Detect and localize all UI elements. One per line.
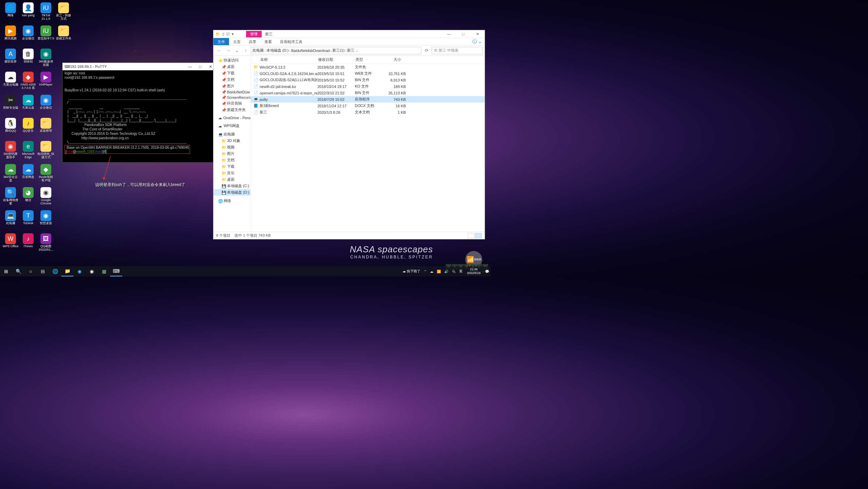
desktop-icon[interactable]: 👤nan yang <box>19 2 37 25</box>
desktop-icon[interactable]: ◕微信 <box>19 186 37 210</box>
weather-widget[interactable]: ☁ 快下雨了 <box>401 269 422 274</box>
file-row[interactable]: 📘新3刷breed2018/11/24 12:17DOCX 文档16 KB <box>251 103 485 109</box>
desktop-icon[interactable]: 📁电信级纷_快捷方式 <box>37 140 55 163</box>
forward-button[interactable]: → <box>224 48 232 53</box>
desktop-icon[interactable]: eMicrosoft Edge <box>19 140 37 163</box>
desktop-icon[interactable]: ♪QQ音乐 <box>19 117 37 140</box>
tree-item[interactable]: 📌桌面 <box>213 64 250 70</box>
desktop-icon[interactable]: iUTikTok 21.1.0 <box>37 2 55 25</box>
tree-item[interactable]: 💾本地磁盘 (D:) <box>213 189 250 196</box>
col-size[interactable]: 大小 <box>382 57 404 62</box>
tree-item[interactable]: 📁桌面 <box>213 176 250 183</box>
tray-chevron[interactable]: ⌃ <box>422 270 428 273</box>
tree-item[interactable]: 📁音乐 <box>213 170 250 176</box>
breadcrumb-item[interactable]: 新三 <box>347 48 354 53</box>
desktop-icon[interactable]: ◉智慧桌面 <box>37 210 55 233</box>
desktop-icon[interactable]: ◉企业微信 <box>37 94 55 117</box>
qat-btn[interactable]: ☑ <box>226 32 230 36</box>
desktop-icon[interactable]: ☁百度网盘 <box>19 163 37 186</box>
breadcrumb-item[interactable]: 此电脑 <box>253 48 264 53</box>
desktop-icon[interactable]: 🗑回收站 <box>19 48 37 71</box>
ribbon-tab[interactable]: 文件 <box>213 38 229 45</box>
file-row[interactable]: 📁WinSCP-5.13.22019/6/18 20:35文件夹 <box>251 64 485 70</box>
qat-dropdown[interactable]: ▾ <box>232 32 234 36</box>
desktop-icon[interactable]: ☁360安全云盘 <box>2 163 19 186</box>
tree-item[interactable]: ☁OneDrive - Persona <box>213 115 250 121</box>
tree-item[interactable]: 💾本地磁盘 (C:) <box>213 183 250 189</box>
desktop-icon[interactable]: iU爱思助手7.0 <box>37 25 55 48</box>
putty-titlebar[interactable]: ⌨ 192.168.99.1 - PuTTY — □ ✕ <box>63 63 218 70</box>
desktop-icon[interactable]: WWPS Office <box>2 233 19 256</box>
desktop-icon[interactable]: ◆iNode智能客户端 <box>37 163 55 186</box>
tree-item[interactable]: 📌BaiduNetDow <box>213 89 250 95</box>
qat-btn[interactable]: ▯ <box>222 32 224 36</box>
desktop-icon[interactable]: ✂剪映专业版 <box>2 94 19 117</box>
tree-item[interactable]: 📌图片 <box>213 83 250 89</box>
up-button[interactable]: ↑ <box>242 48 249 53</box>
desktop-icon[interactable]: ☁天翼云盘 <box>19 94 37 117</box>
close-button[interactable]: ✕ <box>470 30 485 38</box>
maximize-button[interactable]: □ <box>456 30 470 38</box>
taskview-button[interactable]: ⊟ <box>37 266 49 276</box>
desktop-icon[interactable]: ◉360极速浏览器 <box>37 48 55 71</box>
tray-icon[interactable]: 🔊 <box>442 270 450 273</box>
address-bar[interactable]: 此电脑›本地磁盘 (D:)›BaiduNetdiskDownload›新三(1)… <box>251 47 421 54</box>
desktop-icon[interactable]: ▶KMPlayer <box>37 71 55 94</box>
context-tab[interactable]: 管理 <box>246 31 262 37</box>
breadcrumb-item[interactable]: 本地磁盘 (D:) <box>266 48 289 53</box>
breadcrumb-item[interactable]: BaiduNetdiskDownload <box>291 49 330 53</box>
maximize-button[interactable]: □ <box>195 65 205 69</box>
desktop-icon[interactable]: ☁天翼云电脑 <box>2 71 19 94</box>
minimize-button[interactable]: — <box>442 30 456 38</box>
column-headers[interactable]: 名称 修改日期 类型 大小 <box>251 56 485 64</box>
tree-item[interactable]: 📌抖音剪辑 <box>213 100 250 107</box>
file-row[interactable]: 📄openwrt-ramips-mt7621-d-team_ne...2022/… <box>251 90 485 96</box>
tree-item[interactable]: 📌文档 <box>213 76 250 83</box>
putty-taskbar-icon[interactable]: ⌨ <box>110 266 122 276</box>
search-box[interactable]: 在 新三 中搜索 <box>432 47 483 54</box>
recent-dropdown[interactable]: ⌄ <box>233 48 241 53</box>
tree-item[interactable]: 📌ScreenRecorder <box>213 95 250 100</box>
col-date[interactable]: 修改日期 <box>315 57 353 62</box>
desktop-icon[interactable]: 💻此电脑 <box>2 210 19 233</box>
edge-taskbar-icon[interactable]: 🌐 <box>49 266 61 276</box>
tree-item[interactable]: 📌下载 <box>213 70 250 76</box>
desktop-icon[interactable]: 🌐网络 <box>2 2 19 25</box>
desktop-icon[interactable]: ▶腾讯视频 <box>2 25 19 48</box>
tree-item[interactable]: 📁文档 <box>213 157 250 163</box>
desktop-icon[interactable]: ◆iVMS-4200 3.7.0.5 客 <box>19 71 37 94</box>
tree-item[interactable]: 🌐网络 <box>213 198 250 204</box>
notification-button[interactable]: 💬 <box>483 270 491 273</box>
minimize-button[interactable]: — <box>185 65 195 69</box>
breadcrumb-item[interactable]: 新三(1) <box>332 48 344 53</box>
explorer-taskbar-icon[interactable]: 📁 <box>61 266 73 276</box>
tree-item[interactable]: ☁WPS网盘 <box>213 123 250 129</box>
taskbar-clock[interactable]: 21:46 2022/5/18 <box>464 268 483 275</box>
ribbon-tab[interactable]: 查看 <box>260 38 276 45</box>
tree-item[interactable]: 📁下载 <box>213 163 250 170</box>
tree-item[interactable]: 📁视频 <box>213 144 250 150</box>
app-taskbar-icon[interactable]: ▦ <box>98 266 110 276</box>
desktop-icon[interactable]: ◉Google Chrome <box>37 186 55 210</box>
breadcrumb-dropdown[interactable]: ⌄ <box>355 48 358 53</box>
view-large-button[interactable] <box>475 233 482 238</box>
desktop-icon[interactable]: ◉企业微信 <box>19 25 37 48</box>
app-taskbar-icon[interactable]: ◉ <box>73 266 86 276</box>
tree-item[interactable]: 💻此电脑 <box>213 131 250 138</box>
file-row[interactable]: 📄新三2020/1/3 8:26文本文档1 KB <box>251 109 485 115</box>
desktop-icon[interactable]: 🔍设备网络搜索 <box>2 186 19 210</box>
tray-icon[interactable]: ☁ <box>428 270 435 273</box>
file-row[interactable]: 💻putty2018/7/29 15:02应用程序743 KB <box>251 96 485 103</box>
search-button[interactable]: 🔍 <box>12 266 24 276</box>
ribbon-tab[interactable]: 主页 <box>229 38 245 45</box>
putty-terminal[interactable]: login as: root root@192.168.99.1's passw… <box>63 70 218 155</box>
desktop-icon[interactable]: 📁新三 - 快捷方式 <box>55 2 72 25</box>
tree-item[interactable]: 📁3D 对象 <box>213 138 250 144</box>
ribbon-tab[interactable]: 共享 <box>245 38 260 45</box>
desktop-icon[interactable]: 📁新建文件夹 <box>55 25 72 48</box>
tree-item[interactable]: 📌新建文件夹 <box>213 107 250 113</box>
desktop-icon[interactable]: 🐧腾讯QQ <box>2 117 19 140</box>
desktop-icon[interactable]: 🖼QQ截图 2022051... <box>37 233 55 256</box>
col-type[interactable]: 类型 <box>353 57 382 62</box>
chrome-taskbar-icon[interactable]: ◉ <box>86 266 98 276</box>
